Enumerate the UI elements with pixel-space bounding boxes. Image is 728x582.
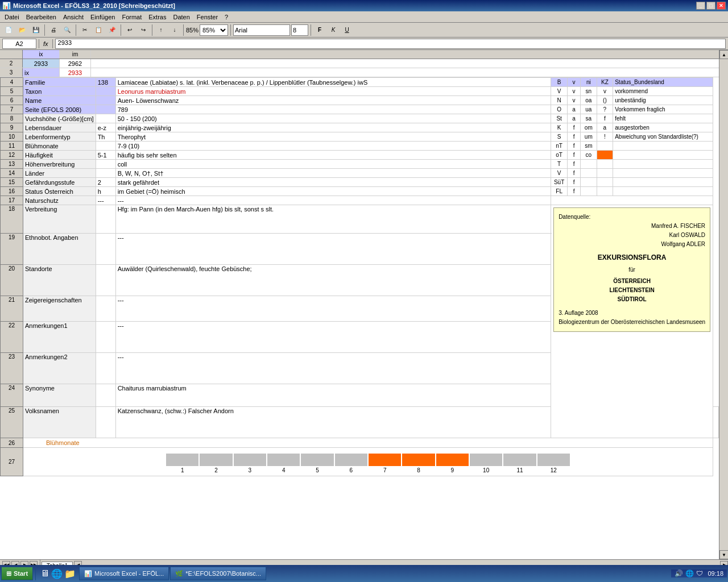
scroll-track[interactable] [719,59,728,550]
menu-format[interactable]: Format [118,13,145,22]
sort-asc-button[interactable]: ↑ [155,24,167,36]
redo-button[interactable]: ↪ [137,24,150,36]
italic-button[interactable]: K [327,24,340,36]
bold-button[interactable]: F [313,24,326,36]
copy-button[interactable]: 📋 [92,24,105,36]
formula-input[interactable]: 2933 [55,39,726,49]
taskbar-botanist-item[interactable]: 🌿 *E:\EFOLS2007\Botanisc... [170,567,266,580]
rg-row6-v: f [568,132,581,142]
ethnobot-value: --- [115,234,551,265]
cell-b3[interactable]: 2933 [60,68,91,77]
haeufigkeit-row: 12 Häufigkeit 5-1 häufig bis sehr selten… [1,151,719,160]
print-button[interactable]: 🖨 [47,24,60,36]
rg-row9-ni [581,160,597,169]
taskbar: ⊞ Start 🖥 🌐 📁 📊 Microsoft Excel - EFÖL..… [0,565,728,582]
underline-button[interactable]: U [341,24,353,36]
row-4-header: 4 [1,78,23,87]
tray-icon-2[interactable]: 🌐 [685,569,694,577]
quick-launch: 🖥 🌐 📁 [38,568,78,579]
vertical-scrollbar[interactable]: ▲ ▼ [719,50,728,559]
zeiger-value: --- [115,296,551,322]
rg-row3-b: O [551,105,568,114]
scroll-up-button[interactable]: ▲ [719,50,728,59]
quick-launch-icon-1[interactable]: 🖥 [40,568,49,579]
naturschutz-value: --- [115,196,551,205]
taxon-label: Taxon [23,87,96,96]
rg-row9-kz [597,160,613,169]
rg-row7-ni: sm [581,142,597,151]
seite-num [96,105,115,114]
rg-row11-v: f [568,178,581,187]
tray-icon-1[interactable]: 🔊 [675,569,683,577]
taskbar-botanist-icon: 🌿 [175,570,183,577]
menu-datei[interactable]: Datei [1,13,23,22]
quick-launch-icon-3[interactable]: 📁 [64,568,76,579]
cell-rest-3[interactable] [91,68,719,77]
haeufigkeit-value: häufig bis sehr selten [115,151,551,160]
menu-extras[interactable]: Extras [145,13,169,22]
hoehenverbreitung-value: coll [115,160,551,169]
rg-row2-ni: oa [581,96,597,105]
rg-row6-kz: ! [597,132,613,142]
cell-reference-input[interactable]: A2 [2,39,36,49]
font-size-input[interactable] [291,24,308,36]
book-publisher: Biologiezentrum der Oberösterreichischen… [559,318,705,327]
sort-desc-button[interactable]: ↓ [168,24,181,36]
new-button[interactable]: 📄 [2,24,15,36]
menu-fenster[interactable]: Fenster [193,13,221,22]
row-15-header: 15 [1,178,23,187]
cell-rest-2[interactable] [91,59,719,68]
bloom-month-label-11: 11 [503,467,536,473]
rg-row8-b: oT [551,151,568,160]
rg-row3-kz: ? [597,105,613,114]
bloom-bar-1 [166,454,198,466]
rg-status-header: Status_Bundesland [613,78,713,87]
name-num [96,96,115,105]
naturschutz-label: Naturschutz [23,196,96,205]
book-title: EXKURSIONSFLORA [559,252,705,263]
menu-help[interactable]: ? [221,13,231,22]
close-button[interactable]: ✕ [717,2,726,10]
cell-a2[interactable]: 2933 [23,59,60,68]
rg-row1-v: v [568,87,581,96]
scroll-down-button[interactable]: ▼ [719,550,728,559]
maximize-button[interactable]: □ [706,2,715,10]
bloom-bar-12 [537,454,570,466]
undo-button[interactable]: ↩ [123,24,136,36]
start-button[interactable]: ⊞ Start [1,567,33,580]
haeufigkeit-code: 5-1 [96,151,115,160]
minimize-button[interactable]: _ [696,2,705,10]
taskbar-excel-icon: 📊 [84,570,92,577]
rg-row4-kz: f [597,114,613,123]
row-21-header: 21 [1,296,23,322]
cut-button[interactable]: ✂ [78,24,91,36]
rg-naturschutz-empty [551,196,713,205]
save-button[interactable]: 💾 [30,24,42,36]
book-author2: Karl OSWALD [559,231,705,240]
menu-einfuegen[interactable]: Einfügen [87,13,118,22]
quick-launch-icon-2[interactable]: 🌐 [51,568,63,579]
row-7-header: 7 [1,105,23,114]
taxon-num [96,87,115,96]
menu-ansicht[interactable]: Ansicht [60,13,87,22]
bloom-bars [166,450,570,466]
paste-button[interactable]: 📌 [106,24,118,36]
menu-daten[interactable]: Daten [169,13,193,22]
preview-button[interactable]: 🔍 [61,24,73,36]
cell-a3[interactable]: ix [23,68,60,77]
toolbar-separator-1 [44,24,45,36]
window-controls[interactable]: _ □ ✕ [696,2,726,10]
zoom-select[interactable]: 85%100%75% [200,24,228,36]
rg-row5-ni: om [581,123,597,132]
cell-b2[interactable]: 2962 [60,59,91,68]
status-oe-code: h [96,187,115,196]
font-name-input[interactable] [233,24,290,36]
open-button[interactable]: 📂 [16,24,28,36]
taskbar-excel-item[interactable]: 📊 Microsoft Excel - EFÖL... [79,567,169,580]
menu-bearbeiten[interactable]: Bearbeiten [23,13,60,22]
rg-row8-ni: co [581,151,597,160]
row-22-header: 22 [1,322,23,353]
anmerkungen1-label: Anmerkungen1 [23,322,96,353]
tray-icon-3[interactable]: 🛡 [696,569,703,577]
verbreitung-num [96,205,115,234]
